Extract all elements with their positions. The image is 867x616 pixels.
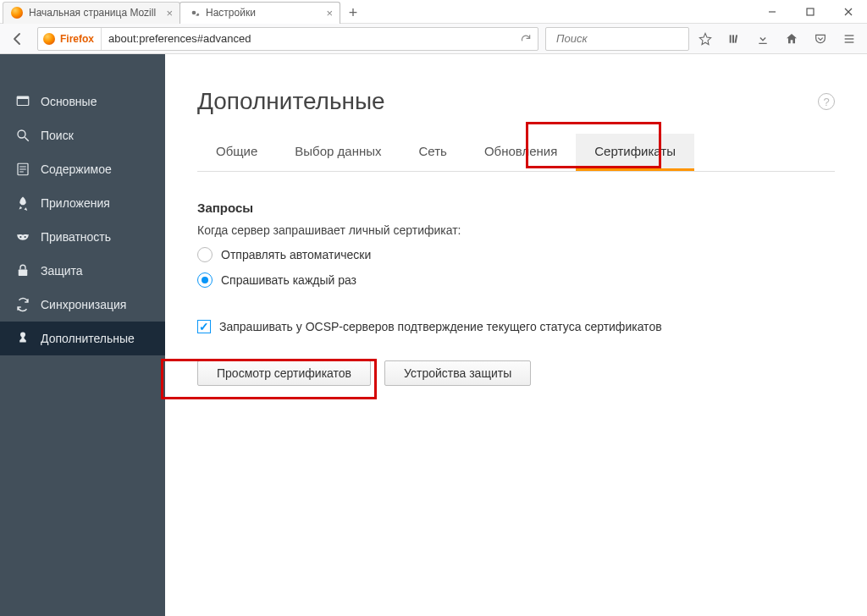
search-bar[interactable] <box>545 27 689 51</box>
reload-button[interactable] <box>514 27 538 51</box>
radio-ask-every-time[interactable] <box>197 272 213 288</box>
firefox-favicon <box>10 6 24 19</box>
home-button[interactable] <box>779 26 804 52</box>
svg-rect-1 <box>807 8 814 15</box>
search-input[interactable] <box>556 32 699 45</box>
sidebar-item-sync[interactable]: Синхронизация <box>0 288 165 322</box>
tab-label: Настройки <box>206 7 321 19</box>
url-bar[interactable]: Firefox <box>37 27 538 51</box>
sidebar-item-label: Приватность <box>41 230 111 244</box>
tab-mozilla-start[interactable]: Начальная страница Mozill × <box>3 2 180 24</box>
section-subtext: Когда сервер запрашивает личный сертифик… <box>197 223 835 237</box>
tab-close-icon[interactable]: × <box>166 7 173 19</box>
firefox-icon <box>43 33 55 45</box>
page-title: Дополнительные <box>197 88 385 115</box>
svg-point-14 <box>18 130 25 138</box>
sidebar-item-advanced[interactable]: Дополнительные <box>0 322 165 355</box>
sidebar-item-general[interactable]: Основные <box>0 85 165 118</box>
sidebar-item-privacy[interactable]: Приватность <box>0 220 165 254</box>
sidebar-item-label: Дополнительные <box>41 332 135 345</box>
tab-label: Начальная страница Mozill <box>29 7 161 19</box>
subtab-bar: Общие Выбор данных Сеть Обновления Серти… <box>197 134 835 172</box>
svg-point-21 <box>25 236 26 238</box>
tab-strip: Начальная страница Mozill × Настройки × … <box>0 0 753 24</box>
nav-toolbar: Firefox <box>0 24 867 54</box>
sidebar-item-label: Поиск <box>41 129 74 142</box>
checkbox-label: Запрашивать у OCSP-серверов подтверждени… <box>219 320 662 333</box>
subtab-network[interactable]: Сеть <box>400 134 466 171</box>
preferences-sidebar: Основные Поиск Содержимое Приложения При… <box>0 54 165 616</box>
sidebar-item-label: Основные <box>41 95 97 108</box>
menu-button[interactable] <box>837 26 862 52</box>
security-devices-button[interactable]: Устройства защиты <box>384 360 531 386</box>
content-icon <box>15 162 30 177</box>
search-icon <box>15 128 30 143</box>
sidebar-item-content[interactable]: Содержимое <box>0 152 165 186</box>
radio-send-auto[interactable] <box>197 247 213 262</box>
sidebar-item-label: Защита <box>41 264 83 278</box>
view-certificates-button[interactable]: Просмотр сертификатов <box>197 360 371 386</box>
sidebar-item-label: Приложения <box>41 196 110 210</box>
maximize-button[interactable] <box>791 0 829 24</box>
window-controls <box>753 0 867 24</box>
main-panel: Дополнительные ? Общие Выбор данных Сеть… <box>165 54 867 616</box>
url-input[interactable] <box>102 32 514 45</box>
svg-point-20 <box>19 236 21 238</box>
general-icon <box>15 94 30 109</box>
sidebar-item-applications[interactable]: Приложения <box>0 186 165 220</box>
back-button[interactable] <box>5 26 30 52</box>
advanced-icon <box>15 331 30 346</box>
content-area: Основные Поиск Содержимое Приложения При… <box>0 54 867 616</box>
sidebar-item-label: Синхронизация <box>41 298 126 311</box>
subtab-datachoices[interactable]: Выбор данных <box>276 134 400 171</box>
mask-icon <box>15 229 30 245</box>
subtab-certificates[interactable]: Сертификаты <box>576 134 694 171</box>
downloads-button[interactable] <box>750 26 776 52</box>
brand-label: Firefox <box>60 33 94 45</box>
tab-close-icon[interactable]: × <box>326 7 333 19</box>
sidebar-item-label: Содержимое <box>41 162 112 176</box>
svg-line-15 <box>25 137 29 141</box>
gear-icon <box>187 6 201 19</box>
rocket-icon <box>15 195 30 211</box>
window-titlebar: Начальная страница Mozill × Настройки × … <box>0 0 867 24</box>
svg-rect-22 <box>19 270 28 277</box>
identity-box[interactable]: Firefox <box>38 28 102 50</box>
sidebar-item-security[interactable]: Защита <box>0 254 165 288</box>
bookmark-star-button[interactable] <box>693 26 718 52</box>
subtab-general[interactable]: Общие <box>197 134 276 171</box>
svg-rect-13 <box>17 96 29 99</box>
pocket-button[interactable] <box>808 26 833 52</box>
sync-icon <box>15 297 30 312</box>
radio-label: Отправлять автоматически <box>221 248 371 261</box>
radio-label: Спрашивать каждый раз <box>221 273 356 287</box>
help-button[interactable]: ? <box>818 93 835 110</box>
library-button[interactable] <box>721 26 747 52</box>
sidebar-item-search[interactable]: Поиск <box>0 118 165 152</box>
svg-rect-8 <box>735 35 738 43</box>
subtab-update[interactable]: Обновления <box>466 134 576 171</box>
svg-rect-6 <box>730 35 732 42</box>
lock-icon <box>15 263 30 278</box>
tab-settings[interactable]: Настройки × <box>179 2 340 24</box>
section-heading: Запросы <box>197 201 835 215</box>
checkbox-ocsp[interactable] <box>197 320 211 333</box>
close-button[interactable] <box>829 0 867 24</box>
new-tab-button[interactable]: + <box>343 3 363 24</box>
minimize-button[interactable] <box>753 0 791 24</box>
svg-rect-7 <box>732 35 734 42</box>
